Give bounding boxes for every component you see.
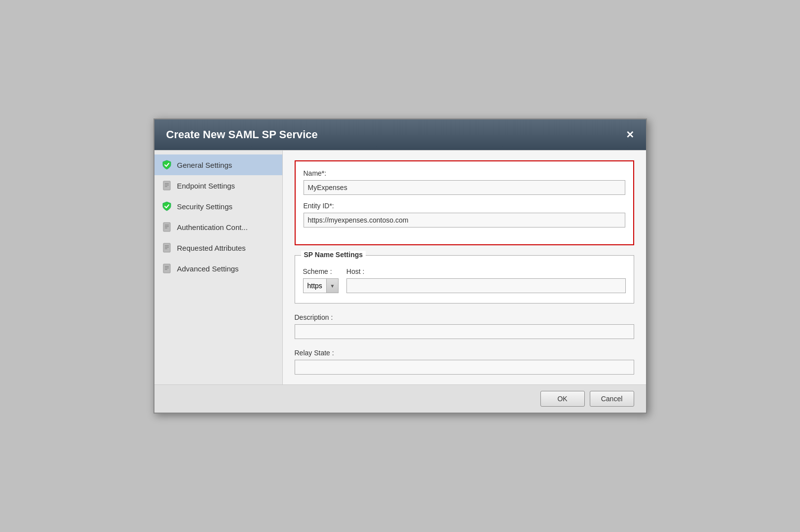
sidebar-item-label-auth-cont: Authentication Cont...: [177, 223, 248, 231]
sidebar-item-label-requested-attributes: Requested Attributes: [177, 244, 246, 252]
general-settings-icon: [161, 159, 172, 170]
green-shield-icon-2: [162, 201, 172, 211]
relay-state-input[interactable]: [295, 360, 634, 375]
relay-state-group: Relay State :: [295, 349, 634, 375]
name-field-group: Name*:: [304, 169, 625, 195]
dialog-body: General Settings Endpoint Settings: [154, 150, 646, 384]
description-label: Description :: [295, 313, 634, 321]
svg-rect-1: [163, 223, 170, 231]
name-label: Name*:: [304, 169, 625, 177]
sidebar-item-label-advanced-settings: Advanced Settings: [177, 265, 239, 273]
svg-rect-3: [163, 264, 170, 273]
sidebar-item-security-settings[interactable]: Security Settings: [154, 196, 282, 217]
entity-id-field-group: Entity ID*:: [304, 202, 625, 228]
host-input[interactable]: [346, 278, 626, 293]
host-label: Host :: [346, 267, 626, 275]
sidebar-item-endpoint-settings[interactable]: Endpoint Settings: [154, 175, 282, 196]
green-shield-icon: [162, 160, 172, 170]
scheme-value: https: [304, 280, 326, 292]
chevron-down-icon: ▼: [330, 283, 335, 289]
sidebar-item-advanced-settings[interactable]: Advanced Settings: [154, 258, 282, 279]
auth-cont-icon: [161, 222, 172, 232]
create-saml-sp-dialog: Create New SAML SP Service ✕ General Set…: [153, 118, 647, 414]
host-group: Host :: [346, 267, 626, 293]
scheme-dropdown-button[interactable]: ▼: [326, 279, 338, 293]
relay-state-label: Relay State :: [295, 349, 634, 357]
gray-page-icon-4: [162, 264, 171, 273]
dialog-header: Create New SAML SP Service ✕: [154, 119, 646, 150]
scheme-select[interactable]: https ▼: [303, 278, 339, 293]
required-fields-box: Name*: Entity ID*:: [295, 160, 634, 245]
content-area: Name*: Entity ID*: SP Name Settings Sche…: [283, 151, 646, 384]
scheme-label: Scheme :: [303, 267, 339, 275]
security-settings-icon: [161, 201, 172, 212]
name-input[interactable]: [304, 180, 625, 195]
sidebar-item-label-general-settings: General Settings: [177, 161, 232, 169]
sidebar-item-authentication-cont[interactable]: Authentication Cont...: [154, 217, 282, 237]
dialog-title: Create New SAML SP Service: [166, 128, 318, 141]
dialog-footer: OK Cancel: [154, 384, 646, 413]
gray-page-icon-2: [162, 222, 171, 232]
sidebar-item-general-settings[interactable]: General Settings: [154, 154, 282, 175]
cancel-button[interactable]: Cancel: [590, 391, 634, 407]
entity-id-label: Entity ID*:: [304, 202, 625, 210]
description-input[interactable]: [295, 324, 634, 339]
sidebar-item-label-security-settings: Security Settings: [177, 202, 233, 211]
svg-rect-0: [163, 181, 170, 190]
ok-button[interactable]: OK: [540, 391, 585, 407]
svg-rect-2: [163, 243, 170, 252]
sp-name-settings-box: SP Name Settings Scheme : https ▼ Host: [295, 255, 634, 304]
requested-attr-icon: [161, 242, 172, 253]
gray-page-icon-1: [162, 181, 171, 190]
sidebar-item-label-endpoint-settings: Endpoint Settings: [177, 182, 235, 190]
sp-name-settings-legend: SP Name Settings: [301, 251, 366, 259]
sidebar-item-requested-attributes[interactable]: Requested Attributes: [154, 237, 282, 258]
scheme-group: Scheme : https ▼: [303, 267, 339, 293]
sidebar: General Settings Endpoint Settings: [154, 151, 283, 384]
scheme-host-row: Scheme : https ▼ Host :: [303, 267, 626, 293]
close-button[interactable]: ✕: [626, 130, 634, 140]
gray-page-icon-3: [162, 243, 171, 253]
advanced-settings-icon: [161, 263, 172, 274]
endpoint-settings-icon: [161, 180, 172, 191]
entity-id-input[interactable]: [304, 213, 625, 228]
description-group: Description :: [295, 313, 634, 339]
